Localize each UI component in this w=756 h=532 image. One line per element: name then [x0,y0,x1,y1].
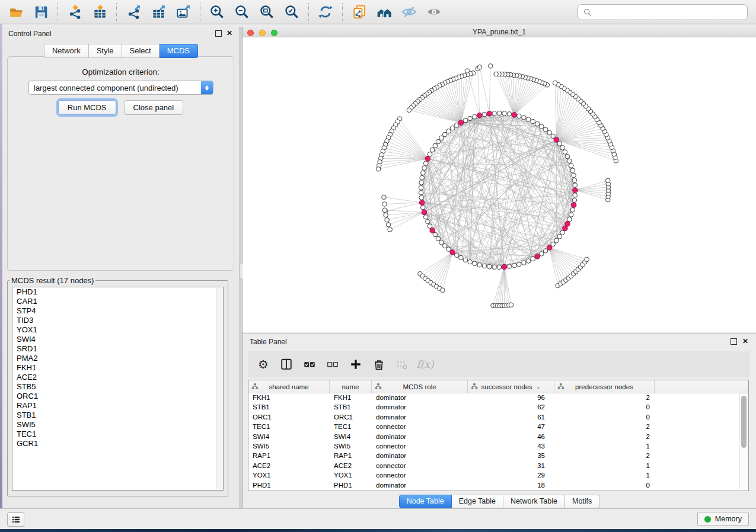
tab-style[interactable]: Style [89,44,122,58]
tab-mcds[interactable]: MCDS [160,44,198,58]
table-scrollbar-thumb[interactable] [741,396,747,448]
gear-icon: ⚙ [258,358,269,371]
mcds-result-node: SWI5 [12,420,223,430]
tab-network-table[interactable]: Network Table [503,495,565,508]
add-column-button[interactable] [349,357,363,371]
export-image-button[interactable] [171,2,196,22]
list-icon [11,515,21,524]
table-settings-button[interactable]: ⚙ [256,357,270,371]
zoom-selected-button[interactable] [279,2,304,22]
cell-mcds-role: connector [372,441,468,451]
mcds-result-node: ACE2 [12,373,223,382]
result-list-scrollbar[interactable] [216,288,222,489]
save-session-button[interactable] [28,2,53,22]
mcds-buttons-row: Run MCDS Close panel [8,100,234,115]
table-row[interactable]: SWI4SWI4dominator462 [248,432,748,441]
mcds-result-node: STB5 [12,382,223,392]
deselect-all-rows-button[interactable] [326,357,340,371]
zoom-in-button[interactable] [205,2,229,22]
duplicate-network-button[interactable] [347,2,372,22]
column-type-icon [251,383,259,391]
zoom-fit-button[interactable] [254,2,279,22]
split-panel-button[interactable] [279,357,294,371]
search-input[interactable] [595,6,747,19]
cell-mcds-role: dominator [372,480,468,490]
table-row[interactable]: FKH1FKH1dominator962 [248,393,748,402]
table-panel: Table Panel ✕ ⚙f(x) shared namenameMCDS … [243,333,756,508]
cell-predecessor-nodes: 2 [554,393,655,402]
memory-label: Memory [715,515,742,523]
task-history-button[interactable] [7,512,24,527]
table-panel-tabs: Node TableEdge TableNetwork TableMotifs [243,495,756,508]
tab-network[interactable]: Network [44,44,89,58]
cell-successor-nodes: 61 [468,412,554,422]
cell-shared-name: YOX1 [248,470,330,480]
float-table-panel-icon[interactable] [731,338,737,345]
toolbar-separator [200,3,200,21]
column-header-label: MCDS role [403,383,436,390]
network-canvas[interactable] [243,37,756,332]
mcds-result-node: TEC1 [12,430,223,439]
export-network-button[interactable] [121,2,146,22]
table-row[interactable]: ACE2ACE2connector311 [248,461,748,470]
function-icon: f(x) [416,358,433,370]
refresh-button[interactable] [313,2,338,22]
toolbar-separator [342,3,343,21]
first-neighbors-button[interactable] [372,2,397,22]
cell-name: SWI4 [330,432,372,441]
table-row[interactable]: PHD1PHD1dominator180 [248,480,748,490]
tab-edge-table[interactable]: Edge Table [452,495,503,508]
cell-mcds-role: connector [372,422,468,431]
delete-column-button[interactable] [372,357,386,371]
cell-name: STB1 [330,402,372,412]
zoom-out-button[interactable] [229,2,254,22]
column-header-shared-name[interactable]: shared name [248,380,330,393]
close-table-panel-icon[interactable]: ✕ [742,338,748,344]
tab-node-table[interactable]: Node Table [399,495,452,508]
mcds-result-list[interactable]: PHD1CAR1STP4TID3YOX1SWI4SRD1PMA2FKH1ACE2… [12,287,224,491]
column-header-successor-nodes[interactable]: successor nodes⌄ [468,380,554,393]
close-panel-icon[interactable]: ✕ [227,30,232,36]
function-builder-button: f(x) [418,357,432,371]
table-row[interactable]: SWI5SWI5connector431 [248,441,748,451]
float-panel-icon[interactable] [215,30,222,37]
cell-successor-nodes: 31 [468,461,554,470]
close-panel-button[interactable]: Close panel [124,100,184,115]
table-scrollbar[interactable] [739,393,748,489]
mcds-result-node: PMA2 [12,354,223,363]
tab-select[interactable]: Select [122,44,160,58]
cell-successor-nodes: 96 [468,393,554,402]
cell-name: YOX1 [330,470,372,480]
table-row[interactable]: YOX1YOX1connector291 [248,470,748,480]
select-stepper-icon [201,81,213,94]
delete-table-button [395,357,409,371]
criterion-select[interactable]: largest connected component (undirected) [28,81,213,95]
cell-successor-nodes: 47 [468,422,554,431]
import-table-button[interactable] [87,2,112,22]
hide-selected-button[interactable] [397,2,422,22]
select-all-rows-button[interactable] [302,357,317,371]
control-panel-tabs: NetworkStyleSelectMCDS [2,44,240,58]
mcds-options-box: Optimization criterion: largest connecte… [7,56,234,271]
table-toolbar: ⚙f(x) [248,351,749,377]
network-window-titlebar[interactable]: YPA_prune.txt_1 [243,27,756,37]
column-header-MCDS-role[interactable]: MCDS role [372,380,468,393]
tab-motifs[interactable]: Motifs [565,495,599,508]
cell-predecessor-nodes: 0 [554,480,655,490]
cell-predecessor-nodes: 2 [554,422,655,431]
import-network-button[interactable] [62,2,87,22]
table-row[interactable]: RAP1RAP1dominator352 [248,451,748,460]
add-column-icon [349,358,362,371]
export-table-button[interactable] [146,2,171,22]
open-session-button[interactable] [4,2,28,22]
mcds-result-node: RAP1 [12,401,223,411]
table-row[interactable]: TEC1TEC1connector472 [248,422,748,431]
table-row[interactable]: STB1STB1dominator620 [248,402,748,412]
cell-name: FKH1 [330,393,372,402]
show-all-button[interactable] [422,2,446,22]
table-row[interactable]: ORC1ORC1dominator610 [248,412,748,422]
column-header-predecessor-nodes[interactable]: predecessor nodes [554,380,655,393]
run-mcds-button[interactable]: Run MCDS [58,100,116,115]
memory-button[interactable]: Memory [697,512,749,526]
column-header-name[interactable]: name [330,380,372,393]
